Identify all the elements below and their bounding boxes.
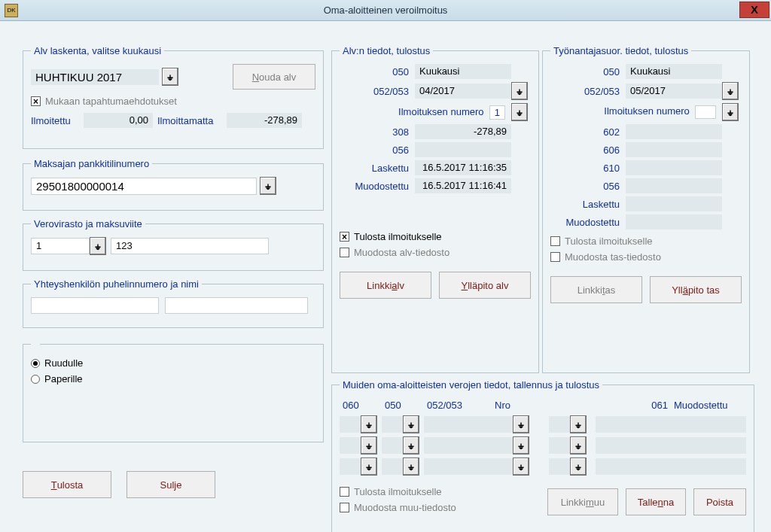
alv-052-value[interactable]: 04/2017 [415,84,511,99]
ruudulle-label: Ruudulle [44,357,83,369]
muut-r1-nro-dd[interactable] [570,415,587,433]
muut-r1-050-dd[interactable] [403,415,419,433]
yllapito-alv-button[interactable]: Ylläpito alv [439,272,531,299]
muut-r2-052-dd[interactable] [513,436,529,454]
tax-office-dropdown[interactable] [90,237,106,255]
muut-r2-nro-dd[interactable] [570,436,587,454]
muut-r3-052-dd[interactable] [513,458,529,476]
ruudulle-radio[interactable] [31,359,40,368]
group-muut: Muiden oma-aloitteisten verojen tiedot, … [331,379,754,532]
mukaan-label: Mukaan tapahtumaehdotukset [45,96,177,107]
group-tyonantaja: Työnantajasuor. tiedot, tulostus 050 Kuu… [542,45,750,373]
muut-tulosta-label: Tulosta ilmoitukselle [354,486,442,497]
muut-header: 060 050 052/053 Nro 061 Muodostettu [340,398,746,412]
bottom-button-row: Tulosta Sulje [23,471,215,498]
alv-052-dropdown[interactable] [511,82,528,100]
tyon-muod-label: Muodostettu [550,217,626,228]
tyon-606-label: 606 [550,144,626,156]
tyon-muodosta-label: Muodosta tas-tiedosto [565,251,661,263]
muut-r2-060-dd[interactable] [361,436,377,454]
ilmoitettu-label: Ilmoitettu [31,115,84,126]
tallenna-button[interactable]: Tallenna [626,488,686,515]
muut-r3-050-dd[interactable] [403,458,419,476]
tyon-muod-value [626,214,722,230]
alv-calc-legend: Alv laskenta, valitse kuukausi [31,45,164,56]
linkki-tas-button[interactable]: Linkki tas [550,276,642,303]
alv-ilm-dropdown[interactable] [511,103,528,121]
muut-r1-052-dd[interactable] [513,415,529,433]
alv-info-legend: Alv:n tiedot, tulostus [340,45,433,56]
ilmoittamatta-value: -278,89 [227,113,302,128]
muut-r3-nro-dd[interactable] [570,458,587,476]
close-button[interactable]: X [739,2,769,18]
tyon-602-label: 602 [550,126,626,138]
bank-legend: Maksajan pankkitilinumero [31,158,152,169]
yllapito-tas-button[interactable]: Ylläpito tas [650,276,742,303]
alv-050-value: Kuukausi [415,64,511,79]
alv-muodosta-cb[interactable] [340,248,349,257]
tyon-052-dropdown[interactable] [722,82,739,100]
ilmoitettu-value: 0,00 [84,113,153,128]
tyon-610-label: 610 [550,163,626,174]
bank-dropdown[interactable] [260,177,276,195]
linkki-alv-button[interactable]: Linkki alv [340,272,431,299]
alv-050-label: 050 [340,66,415,78]
tulosta-button[interactable]: Tulosta [23,471,111,498]
alv-308-value: -278,89 [415,124,511,139]
muut-r3-060-dd[interactable] [361,458,377,476]
tyon-ilm-dropdown[interactable] [722,103,739,121]
tyon-050-label: 050 [550,66,626,78]
ilmoittamatta-label: Ilmoittamatta [157,115,227,126]
tax-office-legend: Verovirasto ja maksuviite [31,218,145,230]
titlebar: DK Oma-aloitteinen veroilmoitus X [0,0,771,21]
sulje-button[interactable]: Sulje [126,471,215,498]
tyon-ilm-value[interactable] [695,105,716,119]
group-alv-laskenta: Alv laskenta, valitse kuukausi HUHTIKUU … [23,45,324,149]
tyon-606-value [626,142,722,157]
paperille-radio[interactable] [31,375,40,384]
payment-ref-input[interactable]: 123 [111,238,269,254]
contact-name-input[interactable] [165,297,308,314]
alv-muodosta-label: Muodosta alv-tiedosto [354,247,449,258]
muut-muodosta-label: Muodosta muu-tiedosto [354,502,456,513]
alv-052-label: 052/053 [340,86,415,97]
tyon-tulosta-cb[interactable] [550,236,560,246]
bank-account-input[interactable]: 29501800000014 [31,178,257,195]
window-title: Oma-aloitteinen veroilmoitus [0,5,771,16]
muut-r1-060-dd[interactable] [361,415,377,433]
muut-r2-050-dd[interactable] [403,436,419,454]
mukaan-checkbox[interactable] [31,96,41,106]
group-contact: Yhteyshenkilön puhelinnumero ja nimi [23,278,324,328]
muut-tulosta-cb[interactable] [340,487,349,497]
linkki-muu-button[interactable]: Linkki muu [547,488,618,515]
muut-muodosta-cb[interactable] [340,503,349,512]
month-dropdown[interactable] [162,68,178,86]
alv-308-label: 308 [340,126,415,138]
tax-office-code-input[interactable]: 1 [31,238,90,254]
contact-phone-input[interactable] [31,297,159,314]
group-bank: Maksajan pankkitilinumero 29501800000014 [23,158,324,211]
month-display: HUHTIKUU 2017 [31,69,159,85]
alv-ilm-label: Ilmoituksen numero 1 [340,105,511,120]
tyon-050-value: Kuukausi [626,64,722,79]
tyon-tulosta-label: Tulosta ilmoitukselle [565,236,653,247]
contact-legend: Yhteyshenkilön puhelinnumero ja nimi [31,278,202,290]
tyon-legend: Työnantajasuor. tiedot, tulostus [550,45,691,56]
nouda-alv-button[interactable]: Nouda alv [233,64,315,90]
tyon-muodosta-cb[interactable] [550,252,560,262]
alv-ilm-value[interactable]: 1 [489,105,505,120]
tyon-052-value[interactable]: 05/2017 [626,84,722,99]
nouda-alv-label: ouda alv [259,71,296,83]
tyon-052-label: 052/053 [550,86,626,97]
alv-muod-label: Muodostettu [340,181,415,192]
poista-button[interactable]: Poista [693,488,746,515]
alv-056-label: 056 [340,144,415,156]
tyon-610-value [626,160,722,175]
alv-tulosta-cb[interactable] [340,232,349,242]
muut-row-1 [340,415,746,433]
tyon-laskettu-label: Laskettu [550,199,626,210]
alv-laskettu-value: 16.5.2017 11:16:35 [415,160,511,175]
paperille-label: Paperille [44,373,83,385]
muut-row-2 [340,436,746,454]
tyon-056-label: 056 [550,181,626,192]
